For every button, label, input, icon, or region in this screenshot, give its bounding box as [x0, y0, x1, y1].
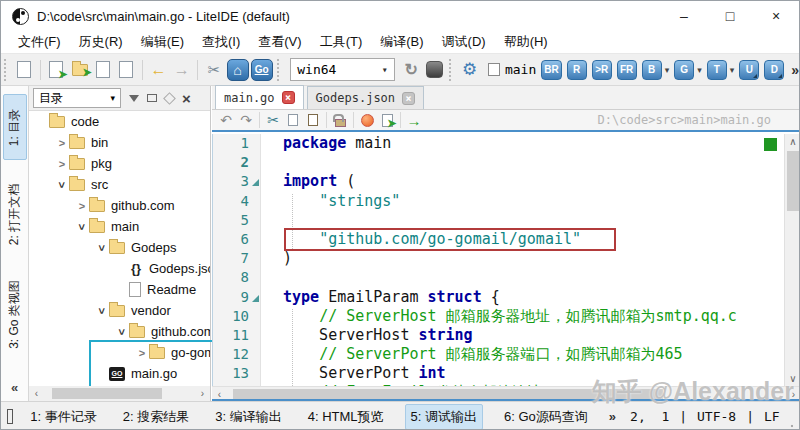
output-tab-4[interactable]: 4: HTML预览 [303, 405, 389, 429]
output-tab-5[interactable]: 5: 调试输出 [405, 404, 483, 430]
expander-icon[interactable]: > [55, 137, 69, 149]
build-button-br[interactable]: BR [541, 60, 561, 80]
tab-close-icon[interactable]: × [402, 92, 415, 105]
build-button-b[interactable]: B [642, 60, 662, 80]
toolbar-overflow-button[interactable]: » [791, 62, 799, 78]
copy-button[interactable] [283, 111, 303, 129]
paste-button[interactable] [303, 111, 323, 129]
build-button-u[interactable]: U [739, 60, 759, 80]
chevron-down-icon[interactable]: ▾ [697, 65, 702, 75]
tab-close-icon[interactable]: × [282, 91, 295, 104]
toolbar-grip[interactable] [4, 59, 9, 81]
tree-node-pkg[interactable]: >pkg [29, 153, 210, 174]
tree-node-src[interactable]: >src [29, 174, 210, 195]
editor-tab-main-go[interactable]: main.go× [215, 85, 304, 109]
sidebar-tab-3[interactable]: 3: Go 类视图 [3, 268, 27, 360]
menu-item[interactable]: 查找(I) [193, 31, 249, 53]
new-file-button[interactable] [14, 58, 35, 82]
output-tab-2[interactable]: 2: 搜索结果 [118, 405, 194, 429]
dock-collapse-button[interactable]: « [11, 380, 18, 395]
expander-icon[interactable]: > [135, 347, 149, 359]
stop-action-button[interactable] [424, 58, 445, 82]
go-docs-button[interactable]: Go [251, 58, 273, 82]
tree-node-go-gomai[interactable]: >go-gomai [29, 342, 210, 363]
tree-node-main[interactable]: >main [29, 216, 210, 237]
tree-node-readme[interactable]: Readme [29, 279, 210, 300]
code-editor[interactable]: 1package main23import (4 "strings"56 "gi… [212, 134, 800, 386]
expander-icon[interactable]: > [55, 158, 69, 170]
cut-button[interactable]: ✂ [263, 111, 283, 129]
dock-toggle-icon[interactable] [7, 409, 13, 424]
main-package-checkbox[interactable] [488, 63, 500, 76]
save-file-button[interactable] [92, 58, 113, 82]
menu-item[interactable]: 工具(T) [311, 31, 372, 53]
open-folder-button[interactable]: ➤ [69, 58, 90, 82]
build-button-r[interactable]: R [567, 60, 587, 80]
expander-icon[interactable]: > [116, 325, 128, 339]
env-target-combo[interactable]: win64 ▾ [290, 58, 394, 81]
jump-button[interactable]: → [404, 111, 424, 129]
sidebar-tab-2[interactable]: 2: 打开文档 [3, 168, 27, 260]
expander-icon[interactable]: > [56, 178, 68, 192]
tree-node-godeps[interactable]: >Godeps [29, 237, 210, 258]
open-file-button[interactable]: ➤ [46, 58, 67, 82]
expander-icon[interactable]: > [75, 200, 89, 212]
output-tab-3[interactable]: 3: 编译输出 [210, 405, 286, 429]
menu-item[interactable]: 帮助(H) [495, 31, 557, 53]
fold-marker-icon[interactable] [249, 172, 261, 191]
editor-tab-godeps-json[interactable]: Godeps.json× [307, 86, 424, 109]
config-button[interactable]: ⚙ [459, 58, 480, 82]
cascade-button[interactable] [147, 94, 157, 102]
tree-node-code[interactable]: code [29, 111, 210, 132]
build-button-t[interactable]: T [707, 60, 727, 80]
close-panel-button[interactable]: × [182, 90, 191, 107]
undo-button[interactable]: ↶ [216, 111, 236, 129]
fold-marker-icon[interactable] [249, 288, 261, 307]
close-button[interactable]: × [753, 1, 799, 31]
build-button-fr[interactable]: FR [617, 60, 637, 80]
float-button[interactable] [165, 94, 174, 103]
build-button-d[interactable]: D [764, 60, 784, 80]
expander-icon[interactable]: > [96, 241, 108, 255]
tree-horizontal-scrollbar[interactable]: ‹ › [29, 386, 210, 401]
maximize-button[interactable]: □ [707, 1, 753, 31]
export-button[interactable]: ➤ [377, 111, 397, 129]
menu-item[interactable]: 文件(F) [9, 31, 70, 53]
scroll-right-icon[interactable]: › [195, 388, 210, 399]
toolbar-grip[interactable] [449, 59, 454, 81]
tree-view-combo[interactable]: 目录 ▾ [33, 88, 121, 108]
resize-grip[interactable] [790, 418, 793, 428]
scroll-left-icon[interactable]: ‹ [29, 388, 44, 399]
menu-item[interactable]: 历史(R) [70, 31, 132, 53]
reload-env-button[interactable]: ↻ [401, 58, 422, 82]
build-button-r[interactable]: >R [592, 60, 612, 80]
chevron-down-icon[interactable]: ▾ [665, 65, 670, 75]
home-button[interactable]: ⌂ [227, 58, 249, 82]
output-tab-1[interactable]: 1: 事件记录 [25, 405, 101, 429]
tree-node-godeps-json[interactable]: {}Godeps.json [29, 258, 210, 279]
build-button-g[interactable]: G [674, 60, 694, 80]
line-ending-label[interactable]: LF [764, 409, 780, 424]
menu-item[interactable]: 调试(D) [433, 31, 495, 53]
menu-item[interactable]: 查看(V) [249, 31, 310, 53]
nav-forward-button[interactable]: → [171, 58, 192, 82]
redo-button[interactable]: ↷ [236, 111, 256, 129]
tree-node-main-go[interactable]: GOmain.go [29, 363, 210, 384]
scroll-left-icon[interactable]: ‹ [212, 389, 227, 400]
toolbar-grip[interactable] [277, 59, 282, 81]
tree-node-github-com[interactable]: >github.com [29, 321, 210, 342]
record-button[interactable] [357, 111, 377, 129]
menu-item[interactable]: 编译(B) [371, 31, 432, 53]
scrollbar-thumb[interactable] [52, 388, 162, 399]
tree-node-bin[interactable]: >bin [29, 132, 210, 153]
tree-node-vendor[interactable]: >vendor [29, 300, 210, 321]
expander-icon[interactable]: > [96, 304, 108, 318]
minimize-button[interactable]: – [661, 1, 707, 31]
encoding-label[interactable]: UTF-8 [697, 409, 736, 424]
menu-item[interactable]: 编辑(E) [132, 31, 193, 53]
chevron-down-icon[interactable]: ▾ [730, 65, 735, 75]
expander-icon[interactable]: > [76, 220, 88, 234]
options-button[interactable]: ✂ [203, 58, 224, 82]
sidebar-tab-1[interactable]: 1: 目录 [3, 94, 27, 160]
filter-button[interactable] [129, 95, 139, 102]
